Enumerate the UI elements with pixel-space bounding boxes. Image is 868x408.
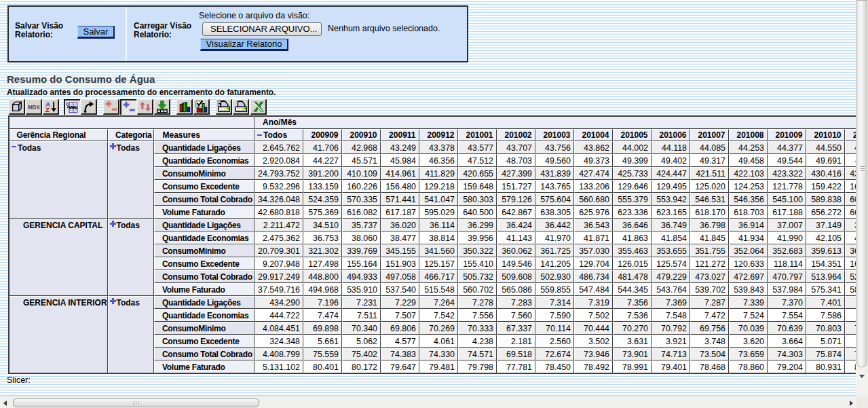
svg-text:Z: Z [45,107,50,113]
svg-text:0: 0 [66,101,69,107]
svg-text:MDX: MDX [28,104,39,111]
